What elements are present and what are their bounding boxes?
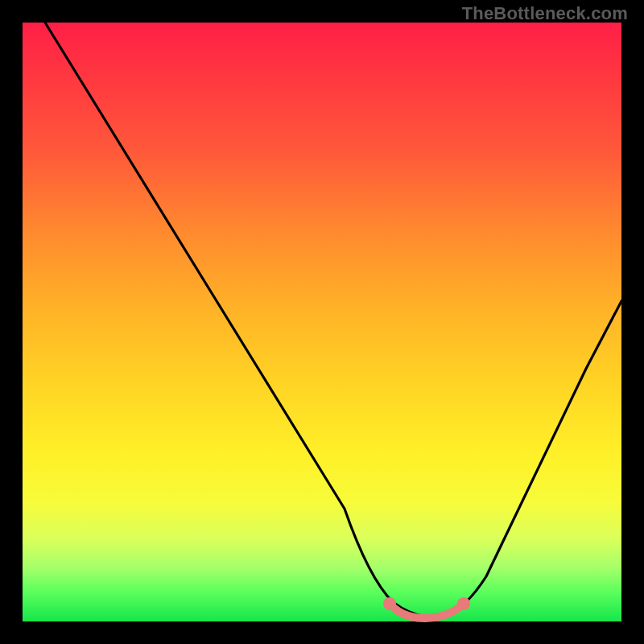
- chart-container: TheBottleneck.com: [0, 0, 644, 644]
- watermark-text: TheBottleneck.com: [462, 3, 628, 24]
- highlight-dot-right: [457, 597, 470, 610]
- bottleneck-curve: [23, 23, 621, 621]
- curve-path: [45, 23, 621, 617]
- highlight-dot-left: [383, 597, 396, 610]
